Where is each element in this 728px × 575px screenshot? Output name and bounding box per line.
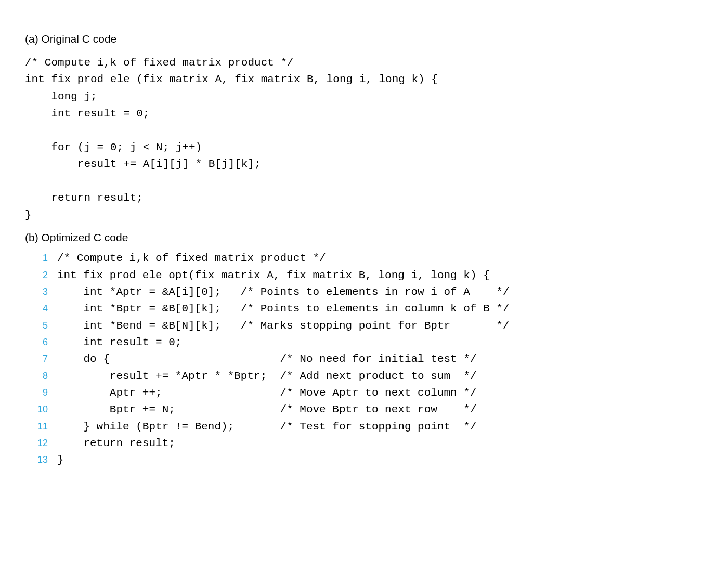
listing-row: 8 result += *Aptr * *Bptr; /* Add next p… bbox=[25, 368, 703, 385]
line-number: 7 bbox=[25, 352, 57, 367]
listing-row: 9 Aptr ++; /* Move Aptr to next column *… bbox=[25, 385, 703, 401]
line-number: 13 bbox=[25, 453, 57, 467]
listing-row: 2int fix_prod_ele_opt(fix_matrix A, fix_… bbox=[25, 267, 703, 284]
listing-row: 11 } while (Bptr != Bend); /* Test for s… bbox=[25, 419, 703, 435]
line-number: 3 bbox=[25, 285, 57, 299]
heading-original: (a) Original C code bbox=[25, 32, 703, 46]
code-line: do { /* No need for initial test */ bbox=[57, 351, 477, 368]
section-original-code: (a) Original C code /* Compute i,k of fi… bbox=[25, 32, 703, 224]
listing-row: 6 int result = 0; bbox=[25, 334, 703, 351]
line-number: 6 bbox=[25, 335, 57, 350]
code-line: } while (Bptr != Bend); /* Test for stop… bbox=[57, 419, 477, 435]
heading-optimized: (b) Optimized C code bbox=[25, 231, 703, 245]
listing-row: 5 int *Bend = &B[N][k]; /* Marks stoppin… bbox=[25, 318, 703, 334]
listing-row: 12 return result; bbox=[25, 435, 703, 452]
line-number: 1 bbox=[25, 251, 57, 266]
code-line: Bptr += N; /* Move Bptr to next row */ bbox=[57, 401, 477, 418]
listing-row: 10 Bptr += N; /* Move Bptr to next row *… bbox=[25, 401, 703, 418]
listing-row: 1/* Compute i,k of fixed matrix product … bbox=[25, 250, 703, 267]
code-line: int result = 0; bbox=[57, 334, 181, 351]
code-line: result += *Aptr * *Bptr; /* Add next pro… bbox=[57, 368, 477, 385]
line-number: 2 bbox=[25, 268, 57, 283]
line-number: 9 bbox=[25, 386, 57, 400]
code-line: int fix_prod_ele_opt(fix_matrix A, fix_m… bbox=[57, 267, 490, 284]
code-line: return result; bbox=[57, 435, 175, 452]
line-number: 4 bbox=[25, 302, 57, 316]
section-optimized-code: (b) Optimized C code 1/* Compute i,k of … bbox=[25, 231, 703, 468]
listing-row: 13} bbox=[25, 452, 703, 468]
code-line: int *Bend = &B[N][k]; /* Marks stopping … bbox=[57, 318, 510, 334]
line-number: 8 bbox=[25, 369, 57, 384]
code-line: int *Aptr = &A[i][0]; /* Points to eleme… bbox=[57, 284, 510, 300]
listing-row: 3 int *Aptr = &A[i][0]; /* Points to ele… bbox=[25, 284, 703, 300]
line-number: 12 bbox=[25, 436, 57, 451]
listing-row: 4 int *Bptr = &B[0][k]; /* Points to ele… bbox=[25, 300, 703, 317]
line-number: 5 bbox=[25, 319, 57, 333]
code-line: } bbox=[57, 452, 64, 468]
line-number: 11 bbox=[25, 420, 57, 434]
listing-row: 7 do { /* No need for initial test */ bbox=[25, 351, 703, 368]
code-line: /* Compute i,k of fixed matrix product *… bbox=[57, 250, 326, 267]
code-listing-optimized: 1/* Compute i,k of fixed matrix product … bbox=[25, 250, 703, 468]
code-line: Aptr ++; /* Move Aptr to next column */ bbox=[57, 385, 477, 401]
code-line: int *Bptr = &B[0][k]; /* Points to eleme… bbox=[57, 300, 510, 317]
line-number: 10 bbox=[25, 402, 57, 417]
code-block-original: /* Compute i,k of fixed matrix product *… bbox=[25, 55, 703, 224]
